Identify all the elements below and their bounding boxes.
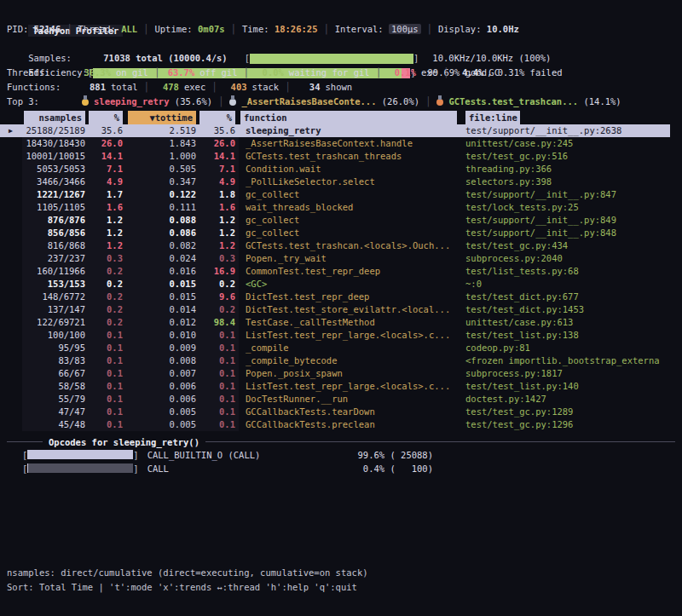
- cumulative-pct-cell: 14.1: [199, 150, 239, 163]
- table-row[interactable]: 18430/1843026.01.84326.0_AssertRaisesBas…: [0, 137, 670, 150]
- column-header-bg: file:line: [465, 111, 520, 124]
- opcode-name: CALL: [139, 463, 169, 474]
- table-row[interactable]: 66/670.10.0070.1Popen._posix_spawnsubpro…: [0, 367, 670, 380]
- column-header-tottime[interactable]: ▼tottime: [126, 111, 199, 124]
- file-line-cell: test/support/__init__.py:2638: [459, 124, 670, 137]
- function-cell: GCTests.test_trashcan_threads: [239, 150, 459, 163]
- stat-label-uptime: Uptime:: [154, 24, 198, 34]
- cumulative-pct-cell: 0.1: [199, 367, 239, 380]
- table-row[interactable]: 160/119660.20.01616.9CommonTest.test_rep…: [0, 265, 670, 278]
- opcode-stats: 0.4% ( 100): [326, 462, 433, 475]
- tottime-cell: 0.088: [126, 214, 199, 227]
- direct-pct-cell: 7.1: [89, 163, 126, 176]
- tottime-cell: 0.010: [126, 329, 199, 342]
- file-line-cell: test/test_dict.py:1453: [459, 303, 670, 316]
- row-cursor: [0, 265, 22, 278]
- row-cursor: [0, 239, 22, 252]
- top3-function-name: GCTests.test_trashcan...: [448, 96, 578, 107]
- table-row[interactable]: 55/790.10.0060.1DocTestRunner.__rundocte…: [0, 393, 670, 406]
- row-cursor: [0, 252, 22, 265]
- nsamples-cell: 45/48: [22, 418, 89, 431]
- table-row[interactable]: 137/1470.20.0140.2DictTest.test_store_ev…: [0, 303, 670, 316]
- column-header-nsamples[interactable]: nsamples: [22, 111, 89, 124]
- cumulative-pct-cell: 1.2: [199, 227, 239, 239]
- nsamples-cell: 18430/18430: [22, 137, 89, 150]
- tachyon-profiler-app: Tachyon Profiler PID: 52146│Thread: ALL│…: [0, 0, 682, 616]
- function-cell: _compile_bytecode: [239, 354, 459, 367]
- table-row[interactable]: 3466/34664.90.3474.9_PollLikeSelector.se…: [0, 176, 670, 188]
- cumulative-pct-cell: 0.1: [199, 342, 239, 354]
- cumulative-pct-cell: 7.1: [199, 163, 239, 176]
- table-row[interactable]: 5053/50537.10.5057.1Condition.waitthread…: [0, 163, 670, 176]
- cumulative-pct-cell: 26.0: [199, 137, 239, 150]
- direct-pct-cell: 0.1: [89, 329, 126, 342]
- row-cursor: [0, 150, 22, 163]
- direct-pct-cell: 0.2: [89, 265, 126, 278]
- stat-value-uptime: 0m07s: [198, 24, 225, 34]
- row-cursor: [0, 329, 22, 342]
- row-cursor: [0, 354, 22, 367]
- column-header-function[interactable]: function: [239, 111, 459, 124]
- top3-percentage: (35.6%): [170, 96, 213, 107]
- column-header-%[interactable]: %: [89, 111, 126, 124]
- status-footer: nsamples: direct/cumulative (direct=exec…: [0, 566, 682, 595]
- table-row[interactable]: ▶25188/2518935.62.51935.6sleeping_retryt…: [0, 124, 670, 137]
- table-row[interactable]: 58/580.10.0060.1ListTest.test_repr_large…: [0, 380, 670, 393]
- file-line-cell: <frozen importlib._bootstrap_externa: [459, 354, 670, 367]
- row-cursor: ▶: [0, 124, 22, 137]
- table-row[interactable]: 816/8681.20.0821.2GCTests.test_trashcan.…: [0, 239, 670, 252]
- direct-pct-cell: 0.1: [89, 342, 126, 354]
- nsamples-cell: 148/6772: [22, 291, 89, 303]
- table-row[interactable]: 153/1530.20.0150.2<GC>~:0: [0, 278, 670, 291]
- nsamples-cell: 47/47: [22, 406, 89, 418]
- thread-segment-label: exc: [421, 67, 437, 78]
- threads-line: Threads:36.3%on gil│63.7%off gil│0.0%wai…: [0, 66, 682, 80]
- table-header-row: nsamples%▼tottime%functionfile:line: [0, 111, 670, 124]
- row-cursor: [0, 278, 22, 291]
- table-row[interactable]: 856/8561.20.0861.2gc_collecttest/support…: [0, 227, 670, 239]
- cumulative-pct-cell: 98.4: [199, 316, 239, 329]
- cumulative-pct-cell: 0.1: [199, 418, 239, 431]
- stat-value-thread: ALL: [121, 24, 137, 34]
- table-row[interactable]: 122/697210.20.01298.4TestCase._callTestM…: [0, 316, 670, 329]
- top3-function-name: sleeping_retry: [94, 96, 170, 107]
- separator: │: [143, 24, 148, 34]
- nsamples-cell: 876/876: [22, 214, 89, 227]
- direct-pct-cell: 1.2: [89, 239, 126, 252]
- file-line-cell: test/list_tests.py:68: [459, 265, 670, 278]
- file-line-cell: test/test_gc.py:1296: [459, 418, 670, 431]
- table-row[interactable]: 10001/1001514.11.00014.1GCTests.test_tra…: [0, 150, 670, 163]
- table-row[interactable]: 237/2370.30.0240.3Popen._try_waitsubproc…: [0, 252, 670, 265]
- cumulative-pct-cell: 0.1: [199, 406, 239, 418]
- direct-pct-cell: 0.1: [89, 354, 126, 367]
- silver-medal-icon: [229, 99, 236, 106]
- table-row[interactable]: 47/470.10.0050.1GCCallbackTests.tearDown…: [0, 406, 670, 418]
- direct-pct-cell: 0.1: [89, 367, 126, 380]
- separator: │: [427, 24, 432, 34]
- table-row[interactable]: 876/8761.20.0881.2gc_collecttest/support…: [0, 214, 670, 227]
- column-header-%[interactable]: %: [199, 111, 239, 124]
- file-line-cell: test/test_list.py:138: [459, 329, 670, 342]
- direct-pct-cell: 1.2: [89, 227, 126, 239]
- direct-pct-cell: 35.6: [89, 124, 126, 137]
- table-row[interactable]: 148/67720.20.0159.6DictTest.test_repr_de…: [0, 291, 670, 303]
- function-cell: Condition.wait: [239, 163, 459, 176]
- row-cursor: [0, 380, 22, 393]
- function-cell: TestCase._callTestMethod: [239, 316, 459, 329]
- cumulative-pct-cell: 16.9: [199, 265, 239, 278]
- nsamples-cell: 137/147: [22, 303, 89, 316]
- table-row[interactable]: 1105/11051.60.1111.6wait_threads_blocked…: [0, 201, 670, 214]
- table-row[interactable]: 45/480.10.0050.1GCCallbackTests.preclean…: [0, 418, 670, 431]
- tottime-cell: 0.347: [126, 176, 199, 188]
- opcode-gauge: [27, 463, 133, 473]
- tottime-cell: 0.015: [126, 278, 199, 291]
- file-line-cell: test/test_gc.py:1289: [459, 406, 670, 418]
- table-row[interactable]: 83/830.10.0080.1_compile_bytecode<frozen…: [0, 354, 670, 367]
- row-cursor: [0, 342, 22, 354]
- table-row[interactable]: 1221/12671.70.1221.8gc_collecttest/suppo…: [0, 188, 670, 201]
- table-row[interactable]: 100/1000.10.0100.1ListTest.test_repr_lar…: [0, 329, 670, 342]
- row-cursor: [0, 188, 22, 201]
- table-row[interactable]: 95/950.10.0090.1_compilecodeop.py:81: [0, 342, 670, 354]
- function-cell: Popen._try_wait: [239, 252, 459, 265]
- column-header-fileline[interactable]: file:line: [459, 111, 670, 124]
